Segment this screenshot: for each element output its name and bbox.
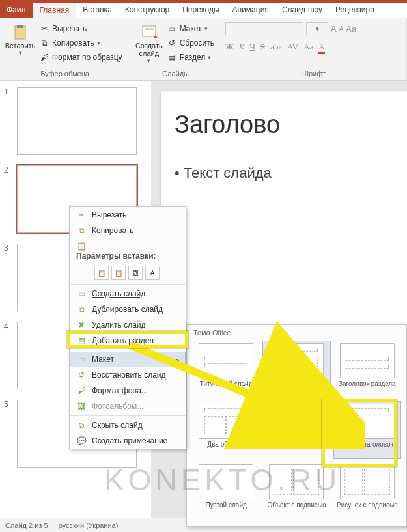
new-slide-icon: ✶: [140, 23, 158, 42]
layout-flyout: Тема Office Титульный слайд Заголовок и …: [186, 324, 407, 527]
tab-transitions[interactable]: Переходы: [176, 3, 225, 18]
paste-button[interactable]: Вставить ▾: [4, 21, 36, 64]
thumb-number: 5: [4, 400, 13, 468]
layout-option-picture-with-caption[interactable]: Рисунок с подписью: [333, 462, 401, 520]
svg-text:✶: ✶: [152, 33, 158, 41]
format-painter-button[interactable]: 🖌Формат по образцу: [36, 51, 125, 64]
chevron-down-icon: ▾: [204, 25, 208, 32]
italic-button[interactable]: К: [239, 42, 245, 54]
paste-label: Вставить: [5, 42, 36, 49]
language-status[interactable]: русский (Украина): [59, 522, 119, 529]
format-bg-icon: 🖌: [76, 385, 87, 396]
tab-file[interactable]: Файл: [0, 3, 33, 18]
ctx-duplicate-slide[interactable]: ⧉Дублировать слайд: [70, 301, 186, 317]
svg-rect-3: [145, 28, 154, 30]
layout-option-content-with-caption[interactable]: Объект с подписью: [262, 462, 330, 520]
ctx-delete-slide[interactable]: ✖Удалить слайд: [70, 317, 186, 333]
font-name-combo[interactable]: [225, 22, 303, 35]
ctx-add-section[interactable]: ▤Добавить раздел: [70, 333, 186, 348]
reset-button[interactable]: ↺Сбросить: [164, 36, 217, 49]
group-title: Шрифт: [225, 68, 402, 77]
slide-body-placeholder[interactable]: • Текст слайда: [175, 165, 407, 182]
ctx-new-comment[interactable]: 💬Создать примечание: [70, 433, 186, 449]
layout-option-comparison[interactable]: Сравнение: [262, 401, 330, 459]
tab-slideshow[interactable]: Слайд-шоу: [275, 3, 329, 18]
layout-option-blank[interactable]: Пустой слайд: [192, 462, 260, 520]
duplicate-icon: ⧉: [76, 304, 87, 315]
new-slide-label: Создать слайд: [135, 42, 163, 57]
group-title: Слайды: [134, 68, 217, 77]
tab-review[interactable]: Рецензиро: [329, 3, 381, 18]
ctx-paste-options: 📋 📋 🖼 A: [70, 263, 186, 283]
paste-option-picture[interactable]: 🖼: [128, 266, 143, 280]
slide-title-placeholder[interactable]: Заголово: [175, 111, 407, 139]
ctx-paste-options-heading: 📋 Параметры вставки:: [70, 238, 186, 263]
ctx-hide-slide[interactable]: ⊘Скрыть слайд: [70, 417, 186, 433]
tab-home[interactable]: Главная: [33, 3, 77, 18]
section-button[interactable]: ▤Раздел ▾: [164, 51, 217, 64]
slide-position-status: Слайд 2 из 5: [5, 522, 48, 529]
layout-option-title-only[interactable]: Только заголовок: [333, 401, 401, 459]
font-size-combo[interactable]: ▾: [306, 22, 328, 35]
chevron-right-icon: ▸: [176, 356, 179, 363]
paste-option-use-dest[interactable]: 📋: [94, 266, 109, 280]
scissors-icon: ✂: [76, 210, 87, 220]
thumb-number: 2: [4, 165, 13, 233]
case-button[interactable]: Aa: [303, 42, 313, 54]
underline-button[interactable]: Ч: [250, 42, 255, 54]
ctx-format-background[interactable]: 🖌Формат фона...: [70, 383, 186, 399]
chevron-down-icon: ▾: [208, 54, 211, 61]
layout-option-title-slide[interactable]: Титульный слайд: [192, 341, 260, 399]
tab-animation[interactable]: Анимация: [226, 3, 275, 18]
scissors-icon: ✂: [39, 23, 49, 34]
increase-font-icon[interactable]: A: [331, 24, 337, 34]
cut-button[interactable]: ✂Вырезать: [36, 22, 125, 35]
context-menu: ✂Вырезать ⧉Копировать 📋 Параметры вставк…: [69, 206, 186, 449]
paste-option-keep-source[interactable]: 📋: [111, 266, 126, 280]
reset-icon: ↺: [76, 370, 87, 380]
ctx-new-slide[interactable]: ▭Создать слайд: [70, 286, 186, 301]
font-color-button[interactable]: A: [318, 42, 324, 54]
copy-icon: ⧉: [76, 225, 87, 236]
paste-icon: [11, 23, 29, 42]
strike-button[interactable]: S: [260, 42, 265, 54]
tab-design[interactable]: Конструктор: [119, 3, 176, 18]
ribbon-tabs: Файл Главная Вставка Конструктор Переход…: [0, 3, 407, 18]
layout-option-section-header[interactable]: Заголовок раздела: [333, 341, 401, 399]
reset-icon: ↺: [167, 38, 177, 48]
slide-canvas[interactable]: Заголово • Текст слайда: [161, 91, 407, 326]
spacing-button[interactable]: AV: [287, 42, 298, 54]
layout-icon: ▭: [167, 23, 177, 34]
copy-button[interactable]: ⧉Копировать ▾: [36, 36, 125, 49]
layout-option-two-content[interactable]: Два объекта: [192, 401, 260, 459]
chevron-down-icon: ▾: [97, 40, 100, 46]
layout-option-title-and-content[interactable]: Заголовок и объект: [262, 341, 330, 399]
layout-icon: ▭: [76, 354, 87, 365]
hide-icon: ⊘: [76, 420, 87, 430]
paste-option-text[interactable]: A: [145, 266, 160, 280]
new-slide-icon: ▭: [76, 288, 87, 299]
comment-icon: 💬: [76, 436, 87, 446]
section-icon: ▤: [76, 335, 87, 346]
ctx-layout[interactable]: ▭Макет▸: [70, 352, 186, 367]
ctx-copy[interactable]: ⧉Копировать: [70, 223, 186, 238]
ctx-photo-album: 🖼Фотоальбом...: [70, 399, 186, 414]
group-slides: ✶ Создать слайд ▾ ▭Макет ▾ ↺Сбросить ▤Ра…: [130, 18, 221, 80]
group-title: Буфер обмена: [4, 68, 126, 77]
ctx-reset-slide[interactable]: ↺Восстановить слайд: [70, 367, 186, 383]
group-font: ▾ A A Aa Ж К Ч S abє AV Aa A Шрифт: [221, 18, 407, 80]
delete-icon: ✖: [76, 320, 87, 330]
tab-insert[interactable]: Вставка: [76, 3, 119, 18]
shadow-button[interactable]: abє: [270, 42, 282, 54]
clear-format-icon[interactable]: Aa: [346, 24, 356, 34]
svg-rect-1: [17, 25, 23, 28]
thumb-number: 1: [4, 87, 13, 155]
decrease-font-icon[interactable]: A: [339, 25, 344, 33]
group-clipboard: Вставить ▾ ✂Вырезать ⧉Копировать ▾ 🖌Форм…: [0, 18, 130, 80]
slide-thumbnail[interactable]: [17, 87, 137, 155]
layout-button[interactable]: ▭Макет ▾: [164, 22, 217, 35]
ctx-cut[interactable]: ✂Вырезать: [70, 207, 186, 223]
new-slide-button[interactable]: ✶ Создать слайд ▾: [134, 21, 164, 64]
photo-album-icon: 🖼: [76, 401, 87, 412]
bold-button[interactable]: Ж: [225, 42, 234, 54]
